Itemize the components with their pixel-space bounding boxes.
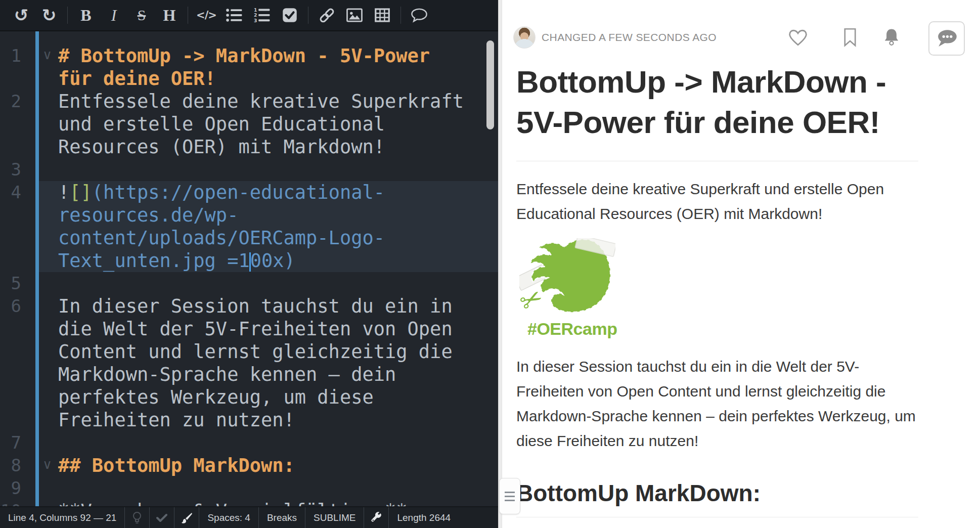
line-number: 9 [0, 477, 26, 500]
editor-row: Markdown-Sprache kennen – dein [0, 363, 498, 386]
editor-row: Text_unten.jpg =100x) [0, 249, 498, 272]
editor-scrollbar[interactable] [486, 40, 494, 129]
editor-row: für deine OER! [0, 67, 498, 90]
editor-row: 8∨## BottomUp MarkDown: [0, 454, 498, 477]
code-segment: Markdown-Sprache kennen – dein [58, 364, 396, 385]
editor-row: perfektes Werkzeug, um diese [0, 386, 498, 409]
editor-row: Content und lernst gleichzeitig die [0, 340, 498, 363]
code-segment: und erstelle Open Educational [58, 113, 385, 135]
line-number: 4 [0, 181, 26, 204]
editor-row: die Welt der 5V-Freiheiten von Open [0, 318, 498, 340]
undo-icon[interactable]: ↺ [10, 4, 32, 26]
editor-row: 2Entfessele deine kreative Superkraft [0, 90, 498, 113]
code-segment: für deine OER! [58, 68, 216, 90]
image-icon[interactable] [343, 4, 366, 26]
editor-row: 10**Verwahren & Vervielfältigen** [0, 500, 498, 506]
code-segment: ! [58, 182, 69, 203]
preview-pane: CHANGED A FEW SECONDS AGO [502, 0, 980, 528]
editor-row: content/uploads/OERCamp-Logo- [0, 227, 498, 249]
spaces-setting[interactable]: Spaces: 4 [199, 507, 258, 528]
markdown-editor[interactable]: 1∨# BottomUp -> MarkDown - 5V-Powerfür d… [0, 31, 498, 506]
code-segment: # BottomUp -> MarkDown - 5V-Power [58, 45, 430, 67]
comment-icon[interactable] [408, 4, 430, 26]
code-segment: Entfessele deine kreative Superkraft [58, 91, 464, 112]
line-number: 1 [0, 45, 26, 67]
paragraph: Entfessele deine kreative Superkraft und… [516, 177, 918, 226]
editor-row: 6In dieser Session tauchst du ein in [0, 295, 498, 318]
paragraph: In dieser Session tauchst du ein in die … [516, 354, 918, 453]
pane-divider[interactable] [498, 0, 502, 528]
editor-row: 1∨# BottomUp -> MarkDown - 5V-Power [0, 45, 498, 67]
editor-row: 5 [0, 272, 498, 295]
oercamp-logo-image: ✂ #OERcamp [519, 238, 620, 339]
italic-icon[interactable]: I [103, 4, 125, 26]
bold-icon[interactable]: B [75, 4, 97, 26]
svg-text:2: 2 [254, 12, 257, 18]
heading-icon[interactable]: H [158, 4, 181, 26]
code-segment: die Welt der 5V-Freiheiten von Open [58, 318, 453, 340]
toolbar-divider [400, 7, 401, 24]
code-segment: 00x) [250, 250, 295, 272]
code-segment: resources.de/wp- [58, 204, 238, 226]
line-number: 3 [0, 158, 26, 181]
heart-icon[interactable] [787, 26, 809, 49]
document-length: Length 2644 [389, 507, 459, 528]
line-number: 5 [0, 272, 26, 295]
logo-caption: #OERcamp [527, 319, 620, 339]
code-segment: Resources (OER) mit Markdown! [58, 136, 385, 158]
toolbar-divider [308, 7, 308, 24]
editor-row: und erstelle Open Educational [0, 113, 498, 136]
fold-chevron-icon[interactable]: ∨ [42, 43, 52, 66]
code-segment: ## BottomUp MarkDown: [58, 455, 295, 476]
wrench-icon[interactable] [364, 507, 388, 528]
svg-text:3: 3 [254, 18, 257, 23]
toolbar-divider [188, 7, 188, 24]
editor-row: resources.de/wp- [0, 204, 498, 227]
code-segment: content/uploads/OERCamp-Logo- [58, 227, 385, 249]
editor-pane: ↺↻BISH</>123 1∨# BottomUp -> MarkDown - … [0, 0, 498, 528]
task-list-icon[interactable] [279, 4, 301, 26]
lightbulb-icon[interactable] [125, 507, 149, 528]
note-header: CHANGED A FEW SECONDS AGO [502, 19, 980, 60]
editor-statusbar: Line 4, Columns 92 — 21 Sp [0, 506, 498, 528]
editor-row: 7 [0, 431, 498, 454]
line-number: 10 [0, 500, 26, 506]
rendered-document: BottomUp -> MarkDown - 5V-Power für dein… [516, 62, 936, 517]
redo-icon[interactable]: ↻ [38, 4, 60, 26]
code-segment: [] [69, 182, 92, 203]
breaks-setting[interactable]: Breaks [259, 507, 305, 528]
ordered-list-icon[interactable]: 123 [251, 4, 273, 26]
toolbar-divider [67, 7, 68, 24]
brush-icon[interactable] [174, 507, 199, 528]
keymap-mode[interactable]: SUBLIME [305, 507, 364, 528]
code-segment: **Verwahren & Vervielfältigen** [58, 500, 408, 506]
author-avatar[interactable] [513, 26, 536, 49]
editor-row: Resources (OER) mit Markdown! [0, 136, 498, 158]
table-icon[interactable] [371, 4, 393, 26]
bookmark-icon[interactable] [839, 26, 861, 49]
line-number: 7 [0, 431, 26, 454]
last-changed-label: CHANGED A FEW SECONDS AGO [542, 26, 717, 49]
editor-row: 9 [0, 477, 498, 500]
check-icon[interactable] [150, 507, 174, 528]
unordered-list-icon[interactable] [223, 4, 245, 26]
comments-button[interactable] [928, 21, 965, 56]
editor-toolbar: ↺↻BISH</>123 [0, 0, 498, 31]
code-segment: Freiheiten zu nutzen! [58, 409, 295, 431]
section-heading: BottomUp MarkDown: [516, 479, 918, 517]
gutter-accent-rule [35, 31, 39, 506]
strikethrough-icon[interactable]: S [130, 4, 153, 26]
fold-chevron-icon[interactable]: ∨ [42, 453, 52, 476]
line-number: 8 [0, 454, 26, 477]
app-window: ↺↻BISH</>123 1∨# BottomUp -> MarkDown - … [0, 0, 980, 528]
cursor-position: Line 4, Columns 92 — 21 [0, 507, 124, 528]
bell-icon[interactable] [880, 26, 903, 49]
title-rule [516, 161, 918, 161]
code-segment: Text_unten.jpg =1 [58, 250, 250, 272]
link-icon[interactable] [316, 4, 338, 26]
code-icon[interactable]: </> [195, 4, 217, 26]
split-drag-handle[interactable] [499, 478, 520, 514]
line-number: 2 [0, 90, 26, 113]
code-segment: In dieser Session tauchst du ein in [58, 295, 453, 317]
editor-row: Freiheiten zu nutzen! [0, 409, 498, 431]
